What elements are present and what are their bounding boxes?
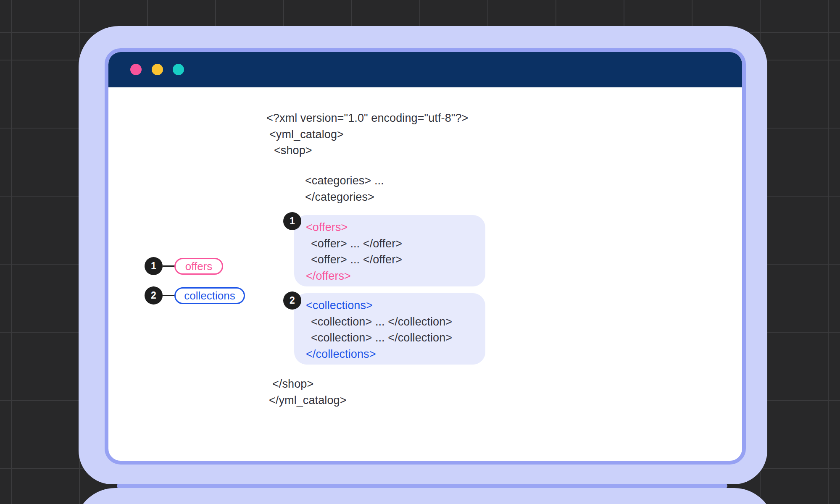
code-line-collections-close: </collections> [306, 346, 485, 362]
collections-highlight-panel: <collections> <collection> ... </collect… [294, 293, 485, 365]
code-line-collections-open: <collections> [306, 297, 485, 314]
window-dot-pink-icon [130, 64, 142, 75]
code-line-yml-catalog-close: </yml_catalog> [269, 392, 347, 409]
code-line-yml-catalog-open: <yml_catalog> [269, 126, 468, 143]
window-dot-yellow-icon [152, 64, 163, 75]
code-line-categories-open: <categories> ... [305, 173, 384, 189]
code-line-shop-close: </shop> [272, 376, 347, 392]
code-block-prolog: <?xml version="1.0" encoding="utf-8"?> <… [266, 110, 468, 159]
browser-window: <?xml version="1.0" encoding="utf-8"?> <… [105, 48, 746, 465]
browser-titlebar [108, 52, 742, 87]
offers-pill-label: offers [185, 260, 213, 273]
callout-badge-2-legend: 2 [145, 286, 163, 304]
code-block-categories: <categories> ... </categories> [305, 173, 384, 205]
callout-badge-2-panel: 2 [283, 291, 301, 310]
collections-pill-label: collections [184, 289, 235, 302]
callout-badge-1-panel: 1 [283, 212, 301, 230]
code-line-collection-1: <collection> ... </collection> [311, 314, 485, 330]
code-line-collection-2: <collection> ... </collection> [311, 330, 485, 346]
code-block-closing: </shop> </yml_catalog> [269, 376, 347, 408]
code-line-offers-close: </offers> [306, 268, 485, 284]
offers-pill: offers [174, 258, 223, 275]
collections-pill: collections [174, 287, 245, 304]
laptop-base [75, 488, 774, 504]
code-line-shop-open: <shop> [274, 142, 468, 159]
code-line-offer-1: <offer> ... </offer> [311, 236, 485, 252]
laptop-screen-frame: <?xml version="1.0" encoding="utf-8"?> <… [79, 26, 767, 484]
window-dot-teal-icon [173, 64, 184, 75]
code-line-categories-close: </categories> [305, 189, 384, 205]
code-line-offer-2: <offer> ... </offer> [311, 252, 485, 268]
callout-badge-1-legend: 1 [145, 257, 163, 275]
code-line-offers-open: <offers> [306, 219, 485, 236]
code-line-xml-declaration: <?xml version="1.0" encoding="utf-8"?> [266, 110, 468, 126]
offers-highlight-panel: <offers> <offer> ... </offer> <offer> ..… [294, 215, 485, 286]
scene: <?xml version="1.0" encoding="utf-8"?> <… [0, 0, 840, 504]
